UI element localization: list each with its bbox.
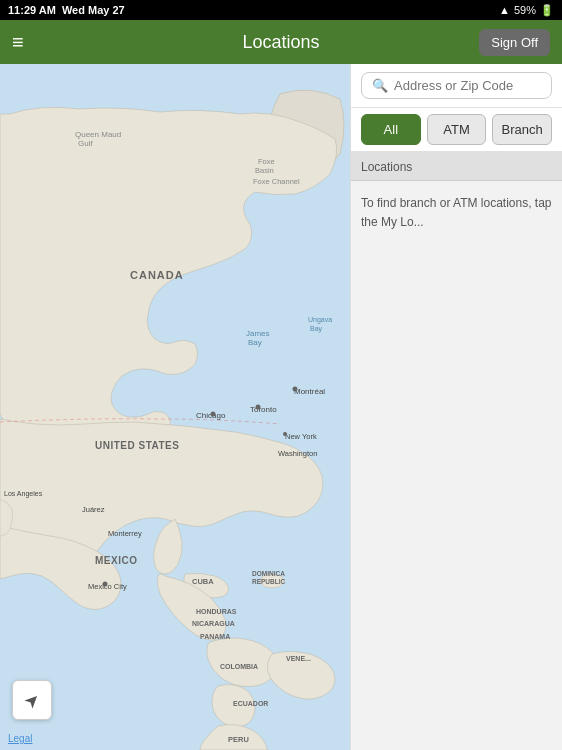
svg-text:CUBA: CUBA	[192, 577, 214, 586]
battery-display: 59%	[514, 4, 536, 16]
date-display: Wed May 27	[62, 4, 125, 16]
filter-all-button[interactable]: All	[361, 114, 421, 145]
svg-text:James: James	[246, 329, 270, 338]
search-icon: 🔍	[372, 78, 388, 93]
svg-point-40	[103, 582, 108, 587]
svg-text:Bay: Bay	[248, 338, 262, 347]
page-title: Locations	[242, 32, 319, 53]
svg-text:Basin: Basin	[255, 166, 274, 175]
locations-tab-label: Locations	[361, 160, 412, 174]
search-bar: 🔍	[351, 64, 562, 108]
status-left: 11:29 AM Wed May 27	[8, 4, 125, 16]
time-display: 11:29 AM	[8, 4, 56, 16]
info-content: To find branch or ATM locations, tap the…	[361, 196, 552, 229]
filter-branch-button[interactable]: Branch	[492, 114, 552, 145]
map-area[interactable]: Queen Maud Gulf Foxe Basin Foxe Channel …	[0, 64, 350, 750]
battery-icon: 🔋	[540, 4, 554, 17]
svg-point-2	[234, 412, 246, 420]
svg-text:CANADA: CANADA	[130, 269, 184, 281]
right-panel: 🔍 All ATM Branch Locations To find branc…	[350, 64, 562, 750]
my-location-button[interactable]: ➤	[12, 680, 52, 720]
search-input[interactable]	[394, 78, 541, 93]
svg-text:PANAMA: PANAMA	[200, 633, 230, 640]
svg-text:COLOMBIA: COLOMBIA	[220, 663, 258, 670]
svg-text:Mexico City: Mexico City	[88, 582, 127, 591]
svg-text:PERU: PERU	[228, 735, 249, 744]
filter-row: All ATM Branch	[351, 108, 562, 152]
svg-text:Foxe Channel: Foxe Channel	[253, 177, 300, 186]
svg-text:Monterrey: Monterrey	[108, 529, 142, 538]
locations-tab: Locations	[351, 152, 562, 181]
search-input-wrapper: 🔍	[361, 72, 552, 99]
svg-text:Washington: Washington	[278, 449, 317, 458]
svg-text:Juárez: Juárez	[82, 505, 105, 514]
svg-text:New York: New York	[285, 432, 317, 441]
svg-text:Los Angeles: Los Angeles	[4, 490, 43, 498]
svg-text:Ungava: Ungava	[308, 316, 332, 324]
svg-text:Foxe: Foxe	[258, 157, 275, 166]
sign-on-button[interactable]: Sign Off	[479, 29, 550, 56]
legal-link[interactable]: Legal	[8, 733, 32, 744]
svg-text:Montréal: Montréal	[294, 387, 325, 396]
svg-text:HONDURAS: HONDURAS	[196, 608, 237, 615]
svg-point-37	[293, 387, 298, 392]
info-text: To find branch or ATM locations, tap the…	[351, 181, 562, 243]
svg-point-38	[283, 432, 287, 436]
svg-text:REPUBLIC: REPUBLIC	[252, 578, 286, 585]
svg-text:NICARAGUA: NICARAGUA	[192, 620, 235, 627]
svg-point-36	[256, 405, 261, 410]
map-svg: Queen Maud Gulf Foxe Basin Foxe Channel …	[0, 64, 350, 750]
svg-point-39	[211, 412, 216, 417]
filter-atm-button[interactable]: ATM	[427, 114, 487, 145]
svg-text:UNITED STATES: UNITED STATES	[95, 440, 179, 451]
svg-text:DOMINICA: DOMINICA	[252, 570, 285, 577]
wifi-icon: ▲	[499, 4, 510, 16]
svg-text:MEXICO: MEXICO	[95, 555, 137, 566]
svg-text:ECUADOR: ECUADOR	[233, 700, 268, 707]
svg-text:Chicago: Chicago	[196, 411, 226, 420]
hamburger-menu-button[interactable]: ≡	[12, 32, 24, 52]
svg-text:Toronto: Toronto	[250, 405, 277, 414]
nav-bar: ≡ Locations Sign Off	[0, 20, 562, 64]
svg-text:Bay: Bay	[310, 325, 323, 333]
status-right: ▲ 59% 🔋	[499, 4, 554, 17]
svg-text:VENE...: VENE...	[286, 655, 311, 662]
svg-text:Queen Maud: Queen Maud	[75, 130, 121, 139]
main-container: Queen Maud Gulf Foxe Basin Foxe Channel …	[0, 64, 562, 750]
svg-text:Gulf: Gulf	[78, 139, 93, 148]
status-bar: 11:29 AM Wed May 27 ▲ 59% 🔋	[0, 0, 562, 20]
location-arrow-icon: ➤	[19, 687, 45, 713]
